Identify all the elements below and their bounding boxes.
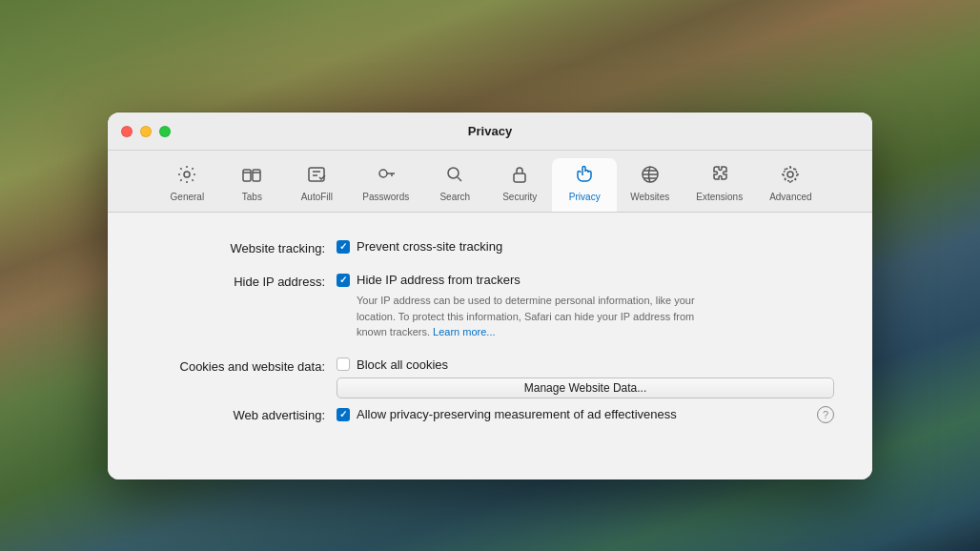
web-ad-checkbox-row: ✓ Allow privacy-preserving measurement o…	[337, 407, 817, 421]
svg-point-8	[787, 172, 793, 177]
question-icon: ?	[823, 409, 828, 420]
web-advertising-label: Web advertising:	[146, 406, 337, 422]
tab-general-label: General	[171, 192, 205, 202]
block-cookies-checkbox[interactable]	[337, 357, 350, 371]
website-tracking-checkbox-label: Prevent cross-site tracking	[357, 239, 502, 254]
web-advertising-row: Web advertising: ✓ Allow privacy-preserv…	[146, 406, 834, 423]
tab-autofill-label: AutoFill	[301, 192, 333, 202]
lock-icon	[509, 164, 530, 188]
website-tracking-row: Website tracking: ✓ Prevent cross-site t…	[146, 239, 834, 255]
tab-security[interactable]: Security	[487, 158, 552, 212]
svg-rect-1	[243, 170, 251, 181]
hide-ip-row: Hide IP address: ✓ Hide IP address from …	[146, 273, 834, 340]
svg-point-4	[379, 170, 387, 177]
block-cookies-checkbox-row: Block all cookies	[337, 357, 834, 372]
tab-passwords[interactable]: Passwords	[349, 158, 422, 212]
titlebar: Privacy	[108, 112, 872, 151]
help-button[interactable]: ?	[817, 406, 834, 423]
hide-ip-checkbox[interactable]: ✓	[337, 274, 350, 287]
tab-tabs-label: Tabs	[242, 192, 262, 202]
window-title: Privacy	[468, 124, 512, 138]
hide-ip-description: Your IP address can be used to determine…	[357, 293, 719, 340]
website-tracking-checkbox-row: ✓ Prevent cross-site tracking	[337, 239, 834, 254]
tab-search-label: Search	[439, 192, 470, 202]
web-advertising-checkbox-label: Allow privacy-preserving measurement of …	[357, 407, 677, 421]
tab-general[interactable]: General	[154, 158, 219, 212]
tab-security-label: Security	[502, 192, 537, 202]
hide-ip-label: Hide IP address:	[146, 273, 337, 289]
web-advertising-control: ✓ Allow privacy-preserving measurement o…	[337, 406, 834, 423]
tabs-icon	[241, 164, 262, 188]
autofill-icon	[306, 164, 327, 188]
manage-website-data-button[interactable]: Manage Website Data...	[337, 378, 834, 398]
globe-icon	[640, 164, 661, 188]
learn-more-link[interactable]: Learn more...	[433, 326, 495, 337]
advanced-icon	[780, 164, 801, 188]
tab-websites[interactable]: Websites	[617, 158, 683, 212]
tab-extensions-label: Extensions	[696, 192, 743, 202]
tab-websites-label: Websites	[630, 192, 669, 202]
toolbar: General Tabs AutoFill	[108, 151, 872, 213]
checkmark-icon: ✓	[339, 410, 347, 419]
traffic-lights	[121, 126, 171, 137]
cookies-control: Block all cookies Manage Website Data...	[337, 357, 834, 398]
cookies-label: Cookies and website data:	[146, 357, 337, 374]
web-advertising-checkbox[interactable]: ✓	[337, 408, 350, 421]
tab-passwords-label: Passwords	[362, 192, 409, 202]
tab-search[interactable]: Search	[422, 158, 487, 212]
tab-advanced-label: Advanced	[769, 192, 811, 202]
cookies-row: Cookies and website data: Block all cook…	[146, 357, 834, 398]
tab-tabs[interactable]: Tabs	[219, 158, 284, 212]
checkmark-icon: ✓	[339, 242, 347, 252]
key-icon	[376, 164, 397, 188]
website-tracking-control: ✓ Prevent cross-site tracking	[337, 239, 834, 254]
hand-icon	[574, 164, 595, 188]
svg-rect-2	[253, 170, 260, 181]
puzzle-icon	[709, 164, 730, 188]
tab-extensions[interactable]: Extensions	[683, 158, 756, 212]
window: Privacy General Tabs	[108, 112, 872, 480]
hide-ip-control: ✓ Hide IP address from trackers Your IP …	[337, 273, 834, 340]
svg-point-5	[448, 168, 459, 178]
tab-advanced[interactable]: Advanced	[756, 158, 825, 212]
checkmark-icon: ✓	[339, 276, 347, 285]
tab-privacy-label: Privacy	[569, 192, 601, 202]
close-button[interactable]	[121, 126, 133, 137]
website-tracking-label: Website tracking:	[146, 239, 337, 255]
content-area: Website tracking: ✓ Prevent cross-site t…	[108, 213, 872, 480]
tab-autofill[interactable]: AutoFill	[284, 158, 349, 212]
maximize-button[interactable]	[159, 126, 171, 137]
hide-ip-checkbox-label: Hide IP address from trackers	[357, 273, 521, 287]
svg-rect-6	[514, 173, 525, 182]
tab-privacy[interactable]: Privacy	[552, 158, 617, 212]
website-tracking-checkbox[interactable]: ✓	[337, 240, 350, 254]
web-ad-inner-row: ✓ Allow privacy-preserving measurement o…	[337, 406, 834, 423]
block-cookies-checkbox-label: Block all cookies	[357, 357, 448, 372]
search-icon	[444, 164, 465, 188]
gear-icon	[176, 164, 197, 188]
hide-ip-checkbox-row: ✓ Hide IP address from trackers	[337, 273, 834, 287]
svg-point-0	[184, 172, 190, 177]
minimize-button[interactable]	[140, 126, 152, 137]
